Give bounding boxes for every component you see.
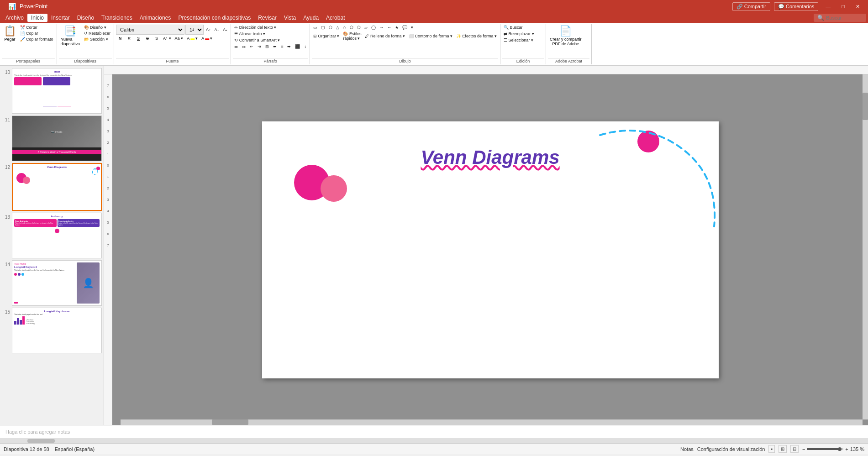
slide-14-thumb[interactable]: 14 Trust Points Longtail Keyword This is… xyxy=(2,260,102,306)
case-btn[interactable]: Aa ▾ xyxy=(174,36,185,41)
new-slide-button[interactable]: 📑 Nuevadiapositiva xyxy=(59,25,82,52)
menu-vista[interactable]: Vista xyxy=(280,14,300,22)
design-button[interactable]: 🎨 Diseño ▾ xyxy=(83,25,112,30)
slide-12-thumb[interactable]: 12 Venn Diagrams xyxy=(2,163,102,211)
minimize-btn[interactable]: — xyxy=(822,3,834,10)
line-spacing-btn[interactable]: ↕ xyxy=(303,44,308,49)
close-btn[interactable]: ✕ xyxy=(852,3,863,10)
create-pdf-button[interactable]: 📄 Crear y compartirPDF de Adobe xyxy=(548,25,584,52)
menu-archivo[interactable]: Archivo xyxy=(2,14,27,22)
text-direction-btn[interactable]: ⇔ Dirección del texto ▾ xyxy=(233,25,278,30)
bottom-scrollbar[interactable] xyxy=(0,438,868,443)
font-size-select[interactable]: 14 xyxy=(185,25,204,35)
zoom-out-btn[interactable]: − xyxy=(802,446,805,452)
effects-button[interactable]: ✨ Efectos de forma ▾ xyxy=(455,33,498,39)
paste-button[interactable]: 📋 Pegar xyxy=(2,25,18,52)
arrange-button[interactable]: ⊞ Organizar ▾ xyxy=(312,33,341,39)
view-grid-btn[interactable]: ⊞ xyxy=(779,445,787,453)
cut-button[interactable]: ✂️ Cortar xyxy=(19,25,55,30)
canvas-scroll-area[interactable]: Venn Diagrams xyxy=(112,74,868,425)
decrease-indent-btn[interactable]: ⇤ xyxy=(248,44,255,49)
shape-more[interactable]: ▾ xyxy=(410,25,415,30)
increase-font-btn[interactable]: A↑ xyxy=(205,27,212,32)
fill-button[interactable]: 🖊 Relleno de forma ▾ xyxy=(363,33,406,39)
shape-pentagon[interactable]: ⬠ xyxy=(348,25,355,30)
comments-btn[interactable]: 💬 Comentarios xyxy=(774,2,818,11)
font-color-btn[interactable]: A▬▾ xyxy=(200,36,214,41)
bold-button[interactable]: N xyxy=(116,36,124,41)
menu-animaciones[interactable]: Animaciones xyxy=(136,14,175,22)
notes-toggle[interactable]: Notas xyxy=(680,446,694,452)
align-center-btn[interactable]: ≡ xyxy=(279,44,284,49)
slide-15-thumb[interactable]: 15 Longtail Keyphrase This is the fourth… xyxy=(2,308,102,353)
columns-btn[interactable]: ⊞ xyxy=(264,44,270,49)
slide-10-thumb[interactable]: 10 Trust This is the fourth point from t… xyxy=(2,68,102,114)
align-right-btn[interactable]: ➡ xyxy=(286,44,292,49)
underline-button[interactable]: S xyxy=(134,36,142,41)
find-button[interactable]: 🔍 Buscar xyxy=(502,25,524,30)
increase-indent-btn[interactable]: ⇥ xyxy=(256,44,263,49)
shape-triangle[interactable]: △ xyxy=(335,25,341,30)
spacing-btn[interactable]: Aᵃ ▾ xyxy=(162,36,173,41)
section-button[interactable]: 📂 Sección ▾ xyxy=(83,37,112,42)
slide-11-title: A Picture Is Worth a Thousand Words xyxy=(14,151,100,153)
slide-13-thumb[interactable]: 13 Authority Page Authority This is the … xyxy=(2,213,102,258)
menu-presentacion[interactable]: Presentación con diapositivas xyxy=(174,14,254,22)
zoom-slider-container[interactable]: − + 135 % xyxy=(802,446,864,452)
menu-diseno[interactable]: Diseño xyxy=(74,14,98,22)
shape-hexagon[interactable]: ⬡ xyxy=(356,25,362,30)
bullets-btn[interactable]: ☰ xyxy=(233,44,239,49)
replace-button[interactable]: ⇄ Reemplazar ▾ xyxy=(502,31,536,37)
font-family-select[interactable]: Calibri xyxy=(116,25,184,35)
increase-font-icon: A↑ xyxy=(206,27,211,32)
italic-button[interactable]: K xyxy=(125,36,133,41)
strikethrough-button[interactable]: S xyxy=(143,36,152,41)
shape-star[interactable]: ★ xyxy=(394,25,400,30)
shape-double-arrow[interactable]: ↔ xyxy=(386,25,393,30)
maximize-btn[interactable]: □ xyxy=(838,3,848,10)
shape-rounded-rect[interactable]: ▢ xyxy=(320,25,326,30)
shape-ellipse[interactable]: ◯ xyxy=(370,25,377,30)
view-config[interactable]: Configuración de visualización xyxy=(697,446,765,452)
highlight-btn[interactable]: A▬▾ xyxy=(185,36,199,41)
view-reader-btn[interactable]: ⊟ xyxy=(790,445,799,453)
shape-arrow[interactable]: → xyxy=(378,25,385,30)
slide-11-thumb[interactable]: 11 📷 Photo A Picture Is Worth a Thousand… xyxy=(2,115,102,161)
align-left-btn[interactable]: ⬅ xyxy=(272,44,278,49)
menu-transiciones[interactable]: Transiciones xyxy=(98,14,136,22)
styles-button[interactable]: 🎨 Estilosrápidos ▾ xyxy=(342,31,363,41)
slide-12-title: Venn Diagrams xyxy=(15,166,99,168)
align-text-btn[interactable]: ☰ Alinear texto ▾ xyxy=(233,31,267,37)
pdf-icon: 📄 xyxy=(559,26,572,37)
search-input[interactable] xyxy=(826,15,863,21)
shape-callout[interactable]: 💬 xyxy=(401,25,409,30)
shape-snip[interactable]: ⬡ xyxy=(327,25,334,30)
menu-insertar[interactable]: Insertar xyxy=(47,14,74,22)
clear-format-btn[interactable]: Aₓ xyxy=(221,27,229,32)
copy-format-button[interactable]: 🖌️ Copiar formato xyxy=(19,37,55,42)
numbering-btn[interactable]: ☷ xyxy=(241,44,247,49)
copy-button[interactable]: 📄 Copiar xyxy=(19,31,55,36)
justify-btn[interactable]: ⬛ xyxy=(294,44,301,49)
shadow-button[interactable]: S xyxy=(153,36,161,41)
menu-acrobat[interactable]: Acrobat xyxy=(322,14,348,22)
menu-inicio[interactable]: Inicio xyxy=(27,14,47,22)
notes-placeholder: Haga clic para agregar notas xyxy=(5,429,70,435)
share-btn[interactable]: 🔗 Compartir xyxy=(732,2,770,11)
zoom-in-btn[interactable]: + xyxy=(845,446,848,452)
scrollbar-horizontal[interactable] xyxy=(121,419,863,425)
outline-button[interactable]: ⬜ Contorno de forma ▾ xyxy=(407,33,454,39)
notes-area[interactable]: Haga clic para agregar notas xyxy=(0,425,868,438)
shape-rect[interactable]: ▭ xyxy=(312,25,319,30)
menu-revisar[interactable]: Revisar xyxy=(254,14,280,22)
scrollbar-vertical[interactable] xyxy=(863,74,868,419)
decrease-font-btn[interactable]: A↓ xyxy=(213,27,221,32)
menu-ayuda[interactable]: Ayuda xyxy=(300,14,322,22)
shape-parallelogram[interactable]: ▱ xyxy=(363,25,369,30)
search-box[interactable]: 🔍 xyxy=(814,14,866,22)
reset-button[interactable]: ↺ Restablecer xyxy=(83,31,112,36)
view-normal-btn[interactable]: ▪ xyxy=(768,445,775,453)
convert-smartart-btn[interactable]: ⟲ Convertir a SmartArt ▾ xyxy=(233,37,281,43)
shape-diamond[interactable]: ◇ xyxy=(342,25,347,30)
select-button[interactable]: ☰ Seleccionar ▾ xyxy=(502,37,535,43)
